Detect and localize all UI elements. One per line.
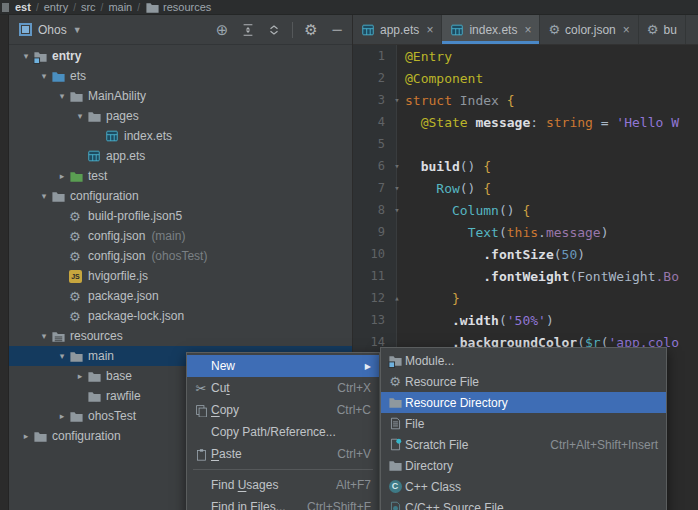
- minimize-icon-button[interactable]: ─: [326, 20, 348, 40]
- copy-icon: [195, 404, 208, 417]
- tree-item-label: configuration: [70, 189, 139, 203]
- submenu-item-file[interactable]: File: [381, 413, 666, 434]
- submenu-item-c-class[interactable]: CC++ Class: [381, 476, 666, 497]
- tree-item-label: ets: [70, 69, 86, 83]
- submenu-item-c-c-source-file[interactable]: C/C++ Source File: [381, 497, 666, 510]
- tree-item-test[interactable]: ▸test: [9, 166, 352, 186]
- close-icon[interactable]: ×: [524, 23, 531, 37]
- tree-item-resources[interactable]: ▾resources: [9, 326, 352, 346]
- breadcrumb-label: src: [81, 1, 96, 13]
- folder-test-icon: [69, 169, 84, 184]
- json-file-icon: ⚙: [69, 290, 81, 303]
- submenu-item-module-[interactable]: Module...: [381, 350, 666, 371]
- chevron-down-icon[interactable]: ▾: [55, 351, 69, 361]
- menu-item-label: New: [211, 359, 357, 373]
- tree-item-label: config.json: [88, 229, 145, 243]
- submenu-item-scratch-file[interactable]: Scratch FileCtrl+Alt+Shift+Insert: [381, 434, 666, 455]
- expand-collapse-icon: [267, 23, 281, 37]
- breadcrumb-separator: /: [73, 2, 76, 13]
- tree-item-label: rawfile: [106, 389, 141, 403]
- line-number: 6: [353, 159, 389, 173]
- fold-marker-icon[interactable]: ▾: [389, 205, 405, 215]
- project-panel-toolbar: ⊕⚙─: [211, 20, 348, 40]
- breadcrumb-item[interactable]: resources: [145, 0, 211, 15]
- tree-item-hvigorfile-js[interactable]: JShvigorfile.js: [9, 266, 352, 286]
- project-view-selector[interactable]: Ohos ▼: [19, 23, 82, 37]
- context-menu-item-copy-path-reference-[interactable]: Copy Path/Reference...: [187, 421, 379, 443]
- submenu-item-resource-file[interactable]: ⚙Resource File: [381, 371, 666, 392]
- chevron-down-icon[interactable]: ▾: [37, 331, 51, 341]
- editor-tab-bu[interactable]: ⚙bu: [639, 15, 686, 44]
- tree-item-build-profile-json5[interactable]: ⚙build-profile.json5: [9, 206, 352, 226]
- chevron-down-icon[interactable]: ▾: [37, 191, 51, 201]
- menu-item-label: Cut: [211, 381, 323, 395]
- fold-marker-icon[interactable]: ▴: [389, 293, 405, 303]
- tree-item-package-lock-json[interactable]: ⚙package-lock.json: [9, 306, 352, 326]
- tree-item-label: test: [88, 169, 107, 183]
- chevron-down-icon[interactable]: ▾: [19, 51, 33, 61]
- json-file-icon: ⚙: [647, 23, 659, 36]
- tree-item-entry[interactable]: ▾entry: [9, 46, 352, 66]
- chevron-down-icon[interactable]: ▾: [55, 91, 69, 101]
- chevron-right-icon[interactable]: ▸: [55, 411, 69, 421]
- expand-collapse-icon-button[interactable]: [263, 20, 285, 40]
- tree-item-mainability[interactable]: ▾MainAbility: [9, 86, 352, 106]
- context-menu-item-copy[interactable]: CopyCtrl+C: [187, 399, 379, 421]
- breadcrumb-label: est: [15, 1, 31, 13]
- tree-item-config-json[interactable]: ⚙config.json(main): [9, 226, 352, 246]
- editor-tab-color-json[interactable]: ⚙color.json×: [540, 15, 638, 44]
- tree-item-ets[interactable]: ▾ets: [9, 66, 352, 86]
- chevron-right-icon[interactable]: ▸: [55, 171, 69, 181]
- chevron-down-icon[interactable]: ▾: [73, 111, 87, 121]
- locate-icon-button[interactable]: ⊕: [211, 20, 233, 40]
- breadcrumb-separator: /: [36, 2, 39, 13]
- ohos-view-icon: [19, 23, 32, 36]
- json-file-icon: ⚙: [69, 250, 81, 263]
- context-menu: New▶✂CutCtrl+XCopyCtrl+CCopy Path/Refere…: [186, 352, 380, 510]
- code-text: struct Index {: [405, 93, 698, 108]
- context-menu-item-new[interactable]: New▶: [187, 355, 379, 377]
- close-icon[interactable]: ×: [623, 23, 630, 37]
- chevron-down-icon[interactable]: ▾: [37, 71, 51, 81]
- close-icon[interactable]: ×: [426, 23, 433, 37]
- tree-item-package-json[interactable]: ⚙package.json: [9, 286, 352, 306]
- tree-item-configuration[interactable]: ▾configuration: [9, 186, 352, 206]
- context-menu-item-find-in-files-[interactable]: Find in Files...Ctrl+Shift+F: [187, 496, 379, 510]
- ets-file-icon: [105, 129, 119, 143]
- tree-item-label: build-profile.json5: [88, 209, 182, 223]
- breadcrumb-item[interactable]: src: [81, 1, 96, 13]
- chevron-down-icon: ▼: [73, 25, 82, 35]
- breadcrumb-item[interactable]: est: [2, 1, 31, 13]
- context-menu-item-find-usages[interactable]: Find UsagesAlt+F7: [187, 474, 379, 496]
- breadcrumb-item[interactable]: entry: [44, 1, 68, 13]
- context-menu-item-paste[interactable]: PasteCtrl+V: [187, 443, 379, 465]
- collapse-all-icon-button[interactable]: [237, 20, 259, 40]
- module-folder-icon: [388, 353, 403, 368]
- tree-item-app-ets[interactable]: app.ets: [9, 146, 352, 166]
- submenu-item-directory[interactable]: Directory: [381, 455, 666, 476]
- fold-marker-icon[interactable]: ▾: [389, 183, 405, 193]
- folder-icon: [69, 409, 84, 424]
- chevron-right-icon[interactable]: ▸: [73, 371, 87, 381]
- chevron-right-icon[interactable]: ▸: [19, 431, 33, 441]
- tree-item-config-json[interactable]: ⚙config.json(ohosTest): [9, 246, 352, 266]
- tree-item-pages[interactable]: ▾pages: [9, 106, 352, 126]
- context-menu-item-cut[interactable]: ✂CutCtrl+X: [187, 377, 379, 399]
- ide-window: est/entry/src/main/resources Ohos ▼ ⊕⚙─ …: [0, 0, 698, 510]
- code-line: 4 @State message: string = 'Hello W: [353, 111, 698, 133]
- code-text: Text(this.message): [405, 225, 698, 240]
- settings-icon-button[interactable]: ⚙: [300, 20, 322, 40]
- fold-marker-icon[interactable]: ▾: [389, 161, 405, 171]
- submenu-item-resource-directory[interactable]: Resource Directory: [381, 392, 666, 413]
- editor-tab-index-ets[interactable]: index.ets×: [442, 15, 540, 44]
- editor-tab-app-ets[interactable]: app.ets×: [353, 15, 442, 44]
- folder-resources-icon: [51, 329, 66, 344]
- tool-window-strip[interactable]: [0, 15, 9, 510]
- breadcrumb-item[interactable]: main: [108, 1, 132, 13]
- menu-shortcut: Ctrl+Shift+F: [307, 500, 371, 510]
- fold-marker-icon[interactable]: ▾: [389, 95, 405, 105]
- tree-item-index-ets[interactable]: index.ets: [9, 126, 352, 146]
- folder-icon: [69, 89, 84, 104]
- settings-icon: ⚙: [304, 22, 317, 37]
- breadcrumb-separator: /: [137, 2, 140, 13]
